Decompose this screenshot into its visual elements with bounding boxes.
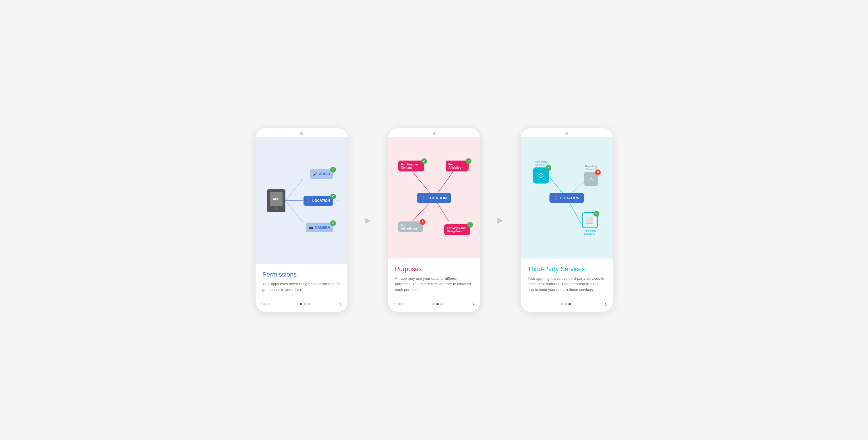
permissions-desc: Your apps uses different types of permis… [262, 281, 341, 292]
camera-icon: 📷 [309, 226, 313, 230]
location-label-3: LOCATION [560, 196, 580, 200]
app-screen: APP [270, 192, 282, 206]
service-c-square-icon: ⬜ [586, 216, 593, 224]
dot-3-1 [560, 303, 563, 305]
service-b-warning-icon: ⚠ [589, 175, 594, 182]
service-b-x: ✕ [595, 170, 601, 175]
phone-footer-3: › [521, 297, 613, 312]
text-area-3: Third-Party Services Your app might also… [521, 259, 613, 297]
dot-2-1 [432, 303, 435, 305]
phone-content-1: APP 🎤 AUDIO ✓ 📍 LOCATION ✓ [255, 137, 347, 312]
analytics-label: For Analytics [448, 163, 461, 169]
svg-line-0 [285, 179, 303, 201]
phone-sensor-2 [433, 132, 436, 135]
perm-camera-badge: 📷 CAMERA ✓ [306, 223, 333, 232]
dot-1-1 [300, 303, 302, 305]
phone-content-2: For Personal Content ✓ For Analytics ✓ 📍… [388, 137, 480, 312]
service-a-camera-icon: ⊙ [538, 172, 544, 179]
audio-label: AUDIO [319, 172, 330, 176]
phones-container: APP 🎤 AUDIO ✓ 📍 LOCATION ✓ [255, 128, 613, 312]
camera-label: CAMERA [315, 226, 330, 230]
phone-top-1 [255, 128, 347, 137]
svg-line-2 [285, 201, 303, 222]
permissions-title: Permissions [262, 271, 341, 278]
arrow-2: ▶ [497, 215, 504, 225]
dot-1-3 [308, 303, 310, 305]
permissions-diagram: APP 🎤 AUDIO ✓ 📍 LOCATION ✓ [264, 160, 339, 241]
camera-check: ✓ [330, 220, 336, 226]
next-button-3[interactable]: › [605, 301, 607, 307]
phone-permissions: APP 🎤 AUDIO ✓ 📍 LOCATION ✓ [255, 128, 347, 312]
diagram-area-2: For Personal Content ✓ For Analytics ✓ 📍… [388, 137, 480, 259]
advertising-label: For Advertising [401, 224, 417, 230]
arrow-1: ▶ [365, 215, 371, 225]
skip-button-2[interactable]: SKIP [394, 302, 403, 306]
app-icon: APP [267, 189, 285, 212]
loc-icon-3: 📍 [554, 196, 558, 200]
purposes-desc: An app may use your data for different p… [395, 276, 473, 293]
thirdparty-diagram: Third-Party Service A ⊙ ✓ Third-Party Se… [528, 155, 606, 241]
purpose-advertising: For Advertising ✕ [398, 222, 423, 232]
purpose-analytics: For Analytics ✓ [446, 160, 469, 172]
analytics-check: ✓ [466, 158, 471, 164]
location-label: LOCATION [312, 199, 330, 203]
dot-3-3 [568, 303, 571, 305]
service-a: Third-Party Service A ⊙ ✓ [531, 160, 551, 183]
dot-3-2 [564, 303, 567, 305]
service-b-icon: ⚠ ✕ [584, 172, 598, 186]
location-label-2: LOCATION [428, 196, 447, 200]
text-area-1: Permissions Your apps uses different typ… [255, 264, 347, 297]
service-a-check: ✓ [546, 165, 551, 171]
location-check: ✓ [330, 194, 336, 199]
dots-2 [432, 303, 443, 305]
phone-sensor-1 [300, 132, 303, 135]
maps-check: ✓ [467, 222, 473, 228]
purposes-diagram: For Personal Content ✓ For Analytics ✓ 📍… [395, 155, 473, 241]
service-b: Third-Party Service B ⚠ ✕ [581, 165, 601, 186]
phone-footer-2: SKIP › [388, 297, 480, 312]
dot-1-2 [304, 303, 306, 305]
diagram-area-1: APP 🎤 AUDIO ✓ 📍 LOCATION ✓ [255, 137, 347, 264]
thirdparty-title: Third-Party Services [528, 265, 606, 273]
diagram-area-3: Third-Party Service A ⊙ ✓ Third-Party Se… [521, 137, 613, 259]
phone-sensor-3 [565, 132, 568, 135]
audio-icon: 🎤 [313, 172, 317, 176]
audio-check: ✓ [330, 167, 336, 173]
service-a-icon: ⊙ ✓ [533, 168, 549, 183]
thirdparty-desc: Your app might also use third-party serv… [528, 276, 606, 293]
purpose-location: 📍 LOCATION [416, 193, 452, 203]
advertising-x: ✕ [420, 219, 426, 225]
dots-3 [560, 303, 571, 305]
maps-label: For Maps and Navigation [447, 227, 466, 233]
purpose-personal-content: For Personal Content ✓ [398, 160, 424, 172]
app-home-btn [275, 207, 278, 210]
perm-audio-badge: 🎤 AUDIO ✓ [310, 169, 333, 179]
service-c: ⬜ ✓ Third-Party Service C [580, 212, 600, 235]
personal-check: ✓ [421, 158, 427, 164]
perm-location-badge: 📍 LOCATION ✓ [304, 196, 333, 206]
phone-top-2 [388, 128, 480, 137]
phone-footer-1: SKIP › [255, 297, 347, 312]
dot-2-2 [436, 303, 439, 305]
personal-content-label: For Personal Content [401, 163, 418, 169]
service-c-icon: ⬜ ✓ [582, 212, 598, 228]
service-c-label: Third-Party Service C [580, 230, 600, 235]
dots-1 [300, 303, 310, 305]
app-label: APP [273, 197, 279, 201]
loc-icon-2: 📍 [421, 196, 426, 200]
phone-content-3: Third-Party Service A ⊙ ✓ Third-Party Se… [521, 137, 613, 312]
skip-button-1[interactable]: SKIP [261, 302, 271, 306]
text-area-2: Purposes An app may use your data for di… [388, 259, 480, 297]
next-button-1[interactable]: › [340, 301, 342, 307]
purpose-maps: For Maps and Navigation ✓ [444, 224, 470, 235]
service-c-check: ✓ [593, 211, 599, 216]
phone-purposes: For Personal Content ✓ For Analytics ✓ 📍… [388, 128, 480, 312]
thirdparty-location: 📍 LOCATION [549, 193, 584, 203]
purposes-title: Purposes [395, 265, 473, 273]
next-button-2[interactable]: › [472, 301, 474, 307]
phone-top-3 [521, 128, 613, 137]
phone-thirdparty: Third-Party Service A ⊙ ✓ Third-Party Se… [521, 128, 613, 312]
location-icon: 📍 [306, 199, 311, 203]
dot-2-3 [440, 303, 443, 305]
